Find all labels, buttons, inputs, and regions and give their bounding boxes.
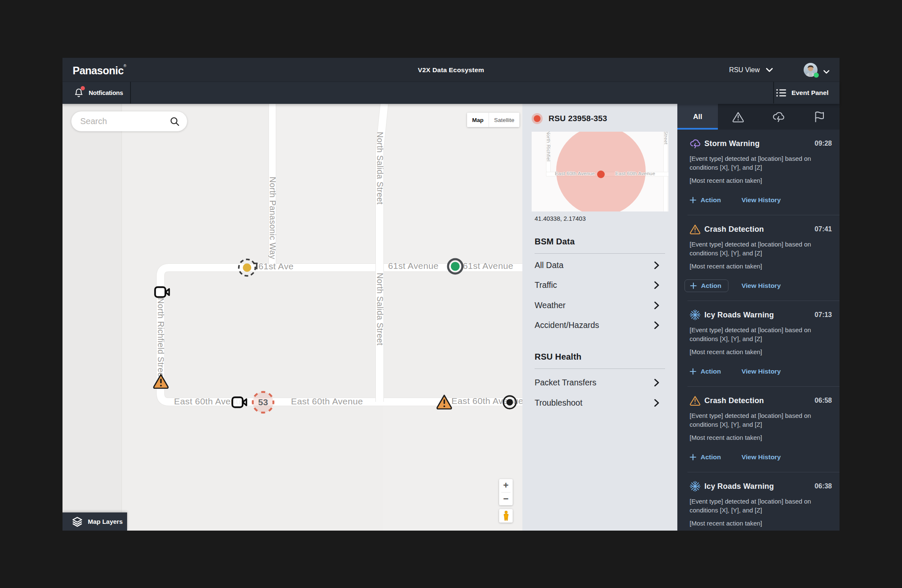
event-card-icy-roads-0638: Icy Roads Warning 06:38 [Event type] det…	[677, 472, 840, 531]
notification-red-dot	[81, 86, 85, 90]
section-divider	[535, 253, 665, 254]
event-description: [Event type] detected at [location] base…	[690, 497, 829, 515]
section-bsm-data: BSM Data	[535, 237, 665, 254]
avatar[interactable]	[804, 63, 818, 77]
account-chevron-down-icon[interactable]	[823, 68, 829, 76]
event-card-storm-warning-0928: Storm Warning 09:28 [Event type] detecte…	[677, 130, 840, 215]
view-selector[interactable]: RSU View	[729, 58, 773, 82]
section-bsm-data-title: BSM Data	[535, 237, 665, 247]
event-card-icy-roads-0713: Icy Roads Warning 07:13 [Event type] det…	[677, 301, 840, 387]
storm-icon	[690, 138, 701, 149]
plus-icon	[690, 282, 697, 289]
plus-icon	[690, 368, 696, 375]
map-type-map-button[interactable]: Map	[467, 113, 489, 127]
pegman-button[interactable]	[499, 509, 513, 523]
action-button[interactable]: Action	[690, 368, 727, 375]
storm-icon	[772, 111, 785, 123]
event-panel-button[interactable]: Event Panel	[776, 82, 829, 103]
chevron-right-icon	[654, 261, 659, 269]
view-history-link[interactable]: View History	[742, 282, 781, 290]
tab-flags[interactable]	[799, 104, 840, 130]
map-layers-button[interactable]: Map Layers	[62, 512, 127, 531]
event-card-list: Storm Warning 09:28 [Event type] detecte…	[677, 130, 840, 531]
section-rsu-health: RSU Health	[535, 352, 665, 369]
section-divider	[535, 369, 665, 369]
nav-divider-left	[130, 82, 131, 103]
minimap-label-street: Street	[663, 132, 668, 145]
plus-icon	[690, 454, 696, 461]
street-label-61st-avenue-mid: 61st Avenue	[388, 261, 439, 271]
event-recent-action: [Most recent action taken]	[690, 347, 832, 356]
event-title: Crash Detection	[704, 225, 815, 234]
menu-item-troubleshoot[interactable]: Troubleshoot	[535, 396, 659, 410]
rsu-minimap[interactable]: North Richfiel Street East 60th Avenue E…	[532, 132, 668, 211]
chevron-right-icon	[654, 399, 659, 407]
event-card-crash-detection-0741: Crash Detection 07:41 [Event type] detec…	[677, 215, 840, 301]
top-header: Panasonic® V2X Data Ecosystem RSU View	[62, 58, 840, 82]
rsu-coordinates: 41.40338, 2.17403	[535, 215, 586, 222]
menu-item-accident-hazards[interactable]: Accident/Hazards	[535, 318, 659, 332]
list-icon	[776, 89, 786, 97]
zoom-in-button[interactable]: +	[499, 479, 513, 492]
view-selector-label: RSU View	[729, 66, 760, 74]
speed-badge-marker[interactable]: 53	[252, 391, 274, 414]
search-input[interactable]	[80, 117, 170, 126]
view-history-link[interactable]: View History	[742, 196, 781, 204]
zoom-out-button[interactable]: −	[499, 493, 513, 506]
warning-triangle-icon	[690, 396, 701, 406]
camera-icon-richfield[interactable]	[154, 286, 170, 300]
event-title: Crash Detection	[704, 396, 815, 405]
menu-item-traffic[interactable]: Traffic	[535, 278, 659, 292]
notifications-button[interactable]: Notfications	[74, 82, 123, 103]
chevron-right-icon	[654, 281, 659, 289]
rsu-title: RSU 23958-353	[549, 114, 607, 123]
camera-icon-east60th[interactable]	[231, 396, 247, 410]
rsu-detail-panel: RSU 23958-353 North Richfiel Street East…	[522, 104, 677, 531]
street-label-61st-ave: 61st Ave	[258, 261, 293, 271]
event-description: [Event type] detected at [location] base…	[690, 154, 829, 172]
minimap-rsu-dot	[597, 171, 605, 178]
action-button[interactable]: Action	[690, 453, 727, 461]
event-recent-action: [Most recent action taken]	[690, 262, 832, 271]
zoom-control: + −	[499, 479, 513, 505]
layers-icon	[72, 516, 83, 527]
warning-marker-east60th[interactable]	[436, 394, 453, 411]
map-type-satellite-button[interactable]: Satellite	[489, 113, 519, 127]
event-description: [Event type] detected at [location] base…	[690, 325, 829, 343]
tab-warnings[interactable]	[718, 104, 758, 130]
map-type-toggle: Map Satellite	[467, 113, 519, 127]
rsu-status-dot	[532, 113, 543, 124]
event-panel: All Storm Warning 09:28 [Event	[677, 104, 840, 531]
section-rsu-health-title: RSU Health	[535, 352, 665, 362]
rsu-marker-yellow[interactable]	[238, 258, 256, 279]
minimap-label-north-richfield: North Richfiel	[546, 132, 551, 164]
street-label-north-richfield-street: North Richfield Street	[156, 293, 166, 385]
event-title: Icy Roads Warning	[704, 482, 815, 491]
street-label-north-salida-street-upper: North Salida Street	[375, 127, 385, 210]
menu-item-all-data[interactable]: All Data	[535, 258, 659, 272]
action-button[interactable]: Action	[685, 279, 728, 292]
warning-marker-richfield[interactable]	[152, 373, 169, 390]
minimap-label-east60th-right: East 60th Avenue	[615, 171, 655, 176]
event-panel-label: Event Panel	[791, 89, 829, 97]
rsu-header: RSU 23958-353	[532, 113, 607, 124]
map-canvas[interactable]: North Panasonic Way North Salida Street …	[62, 104, 522, 531]
search-icon[interactable]	[170, 117, 179, 126]
chevron-down-icon	[766, 68, 773, 72]
minimap-label-east60th-left: East 60th Avenue	[555, 171, 595, 176]
map-roads	[62, 104, 522, 531]
event-actions: Action View History	[690, 194, 829, 206]
event-description: [Event type] detected at [location] base…	[690, 411, 829, 429]
menu-item-weather[interactable]: Weather	[535, 298, 659, 312]
view-history-link[interactable]: View History	[742, 453, 781, 461]
menu-item-packet-transfers[interactable]: Packet Transfers	[535, 375, 659, 390]
tab-storms[interactable]	[758, 104, 799, 130]
chevron-right-icon	[654, 301, 659, 309]
rsu-marker-green[interactable]	[446, 257, 465, 277]
tab-all[interactable]: All	[677, 104, 718, 130]
rsu-marker-black[interactable]	[502, 395, 517, 412]
event-time: 07:13	[815, 311, 832, 319]
search-box	[71, 111, 187, 131]
action-button[interactable]: Action	[690, 196, 727, 204]
view-history-link[interactable]: View History	[742, 368, 781, 375]
